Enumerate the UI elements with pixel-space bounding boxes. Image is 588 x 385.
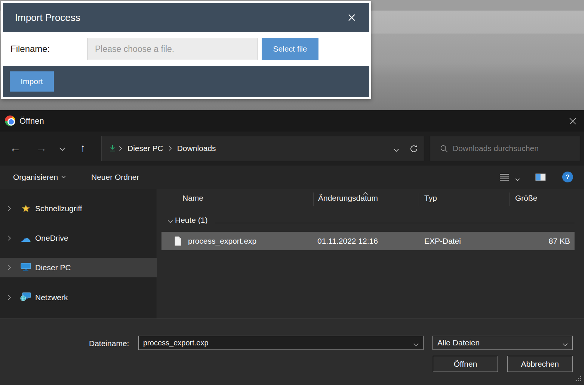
modal-body: Filename: Select file (3, 32, 369, 66)
select-file-button[interactable]: Select file (262, 38, 318, 60)
sidebar-item-dieser-pc[interactable]: Dieser PC (0, 258, 157, 277)
file-date: 01.11.2022 12:16 (317, 232, 378, 250)
column-divider[interactable] (313, 192, 314, 206)
sidebar-item-label: Netzwerk (35, 288, 68, 307)
network-icon (19, 292, 32, 303)
sidebar-item-schnellzugriff[interactable]: ★ Schnellzugriff (0, 199, 157, 218)
chevron-right-icon (169, 146, 172, 151)
chevron-down-icon[interactable] (563, 341, 568, 348)
column-header-name[interactable]: Name (182, 194, 203, 203)
column-header-type[interactable]: Typ (424, 194, 437, 203)
modal-title: Import Process (15, 12, 80, 24)
search-icon (440, 145, 448, 154)
address-bar[interactable]: Dieser PC Downloads (101, 136, 424, 161)
import-process-modal: Import Process Filename: Select file Imp… (1, 1, 371, 99)
open-button[interactable]: Öffnen (433, 356, 498, 372)
chevron-right-icon[interactable] (7, 235, 11, 243)
filename-combobox[interactable] (138, 336, 424, 350)
group-collapse-icon[interactable] (167, 218, 173, 225)
chevron-right-icon[interactable] (7, 265, 11, 272)
list-view-icon[interactable] (499, 173, 509, 182)
organize-label: Organisieren (13, 173, 58, 182)
history-dropdown-icon[interactable] (59, 146, 65, 153)
address-dropdown-icon[interactable] (393, 147, 399, 154)
view-dropdown-icon[interactable] (515, 176, 520, 183)
modal-header: Import Process (3, 3, 369, 32)
downloads-folder-icon (108, 144, 117, 153)
filetype-value: Alle Dateien (437, 336, 480, 349)
file-input[interactable] (87, 38, 258, 60)
dialog-titlebar: Öffnen (0, 110, 584, 132)
chevron-right-icon[interactable] (7, 206, 11, 213)
help-button[interactable]: ? (562, 172, 573, 182)
filename-input[interactable] (139, 336, 412, 349)
sidebar-item-onedrive[interactable]: ☁ OneDrive (0, 228, 157, 248)
filename-label: Filename: (10, 44, 87, 54)
chrome-icon (5, 116, 15, 126)
file-size: 87 KB (549, 232, 570, 250)
resize-grip[interactable] (575, 375, 582, 384)
group-header[interactable]: Heute (1) (175, 216, 208, 225)
dialog-title: Öffnen (19, 110, 44, 132)
dialog-footer: Dateiname: Alle Dateien Öffnen Abbrechen (0, 318, 584, 385)
breadcrumb-dieser-pc[interactable]: Dieser PC (124, 144, 166, 153)
modal-footer: Import (3, 66, 369, 97)
up-button[interactable]: ↑ (80, 141, 86, 155)
search-box (430, 136, 580, 161)
import-button[interactable]: Import (10, 71, 54, 92)
back-button[interactable]: ← (10, 141, 21, 155)
column-header-date[interactable]: Änderungsdatum (318, 194, 378, 203)
breadcrumb-downloads[interactable]: Downloads (174, 144, 219, 153)
monitor-icon (19, 262, 32, 273)
organize-button[interactable]: Organisieren (13, 172, 66, 183)
file-icon (174, 236, 182, 247)
chevron-down-icon[interactable] (413, 341, 419, 348)
cancel-button[interactable]: Abbrechen (507, 356, 573, 372)
file-type: EXP-Datei (424, 232, 461, 250)
filename-label: Dateiname: (89, 339, 129, 348)
close-icon[interactable] (561, 110, 584, 132)
star-icon: ★ (19, 203, 32, 215)
cloud-icon: ☁ (19, 232, 32, 244)
forward-button[interactable]: → (36, 141, 47, 155)
filetype-dropdown[interactable]: Alle Dateien (432, 336, 573, 350)
open-file-dialog: Öffnen ← → ↑ Dieser PC Downloads (0, 110, 584, 385)
file-row-selected[interactable]: process_export.exp 01.11.2022 12:16 EXP-… (161, 232, 575, 250)
search-input[interactable] (453, 137, 576, 160)
chevron-right-icon[interactable] (7, 295, 11, 302)
sidebar-item-label: Dieser PC (35, 258, 71, 277)
group-divider (215, 223, 575, 223)
refresh-icon[interactable] (409, 144, 419, 155)
navigation-bar: ← → ↑ Dieser PC Downloads (0, 132, 584, 166)
new-folder-button[interactable]: Neuer Ordner (91, 172, 139, 183)
column-divider[interactable] (510, 192, 510, 206)
chevron-right-icon (119, 146, 122, 151)
sidebar-item-label: OneDrive (35, 228, 68, 248)
command-toolbar: Organisieren Neuer Ordner ? (0, 166, 584, 189)
file-list: Name Änderungsdatum Typ Größe Heute (1) … (157, 189, 584, 318)
preview-pane-icon[interactable] (535, 173, 546, 182)
chevron-down-icon (61, 176, 66, 179)
sidebar-item-netzwerk[interactable]: Netzwerk (0, 288, 157, 307)
close-icon[interactable] (346, 12, 357, 23)
column-header-size[interactable]: Größe (515, 194, 538, 203)
dialog-content: ★ Schnellzugriff ☁ OneDrive Dieser PC (0, 189, 584, 318)
navigation-sidebar: ★ Schnellzugriff ☁ OneDrive Dieser PC (0, 189, 157, 318)
file-name: process_export.exp (188, 232, 256, 250)
column-divider[interactable] (419, 192, 419, 206)
sidebar-item-label: Schnellzugriff (35, 199, 82, 218)
